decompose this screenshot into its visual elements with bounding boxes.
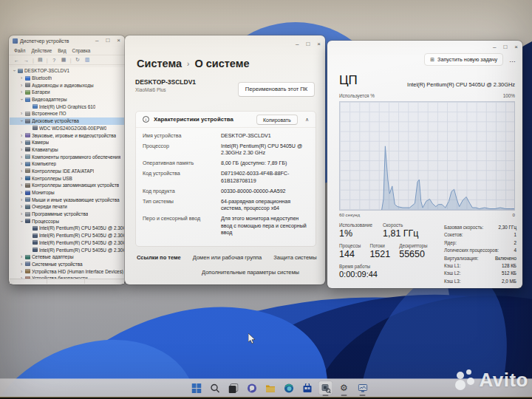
search-icon[interactable] <box>208 381 222 395</box>
close-button[interactable]: × <box>317 41 321 47</box>
minimize-button[interactable]: – <box>296 41 299 47</box>
expand-chevron-icon[interactable]: › <box>19 161 24 166</box>
show-tree-icon[interactable]: ▤ <box>37 57 44 63</box>
expand-chevron-icon[interactable]: › <box>19 190 24 195</box>
expand-chevron-icon[interactable]: › <box>19 83 24 88</box>
tree-item[interactable]: ›Компоненты программного обеспечения <box>10 153 124 160</box>
expand-chevron-icon[interactable]: › <box>19 219 24 223</box>
minimize-button[interactable]: – <box>95 38 98 44</box>
chat-icon[interactable] <box>245 381 259 395</box>
expand-chevron-icon[interactable]: › <box>19 154 24 160</box>
tree-item[interactable]: ›Контроллеры IDE ATA/ATAPI <box>10 168 124 175</box>
tree-item[interactable]: ›Аудиовходы и аудиовыходы <box>10 81 124 89</box>
cpu-icon <box>33 240 38 245</box>
forward-icon[interactable]: → <box>23 58 30 63</box>
close-button[interactable]: × <box>514 44 518 50</box>
menu-action[interactable]: Действие <box>31 48 52 53</box>
scan-hardware-icon[interactable]: ↻ <box>74 57 81 63</box>
computer-view-icon[interactable]: ▥ <box>83 57 90 63</box>
minimize-button[interactable]: – <box>493 44 496 50</box>
tree-item[interactable]: ›Очереди печати <box>10 203 124 211</box>
tree-item[interactable]: ›Сетевые адаптеры <box>10 253 124 261</box>
close-button[interactable]: × <box>117 38 120 44</box>
back-icon[interactable]: ← <box>13 58 20 63</box>
breadcrumb-system[interactable]: Система <box>137 58 182 69</box>
tree-item[interactable]: Intel(R) Pentium(R) CPU 5405U @ 2.30GHz <box>10 225 124 232</box>
expand-chevron-icon[interactable]: › <box>19 176 24 181</box>
tree-item[interactable]: ›Дисковые устройства <box>10 117 124 125</box>
tree-item[interactable]: ›Мыши и иные указывающие устройства <box>10 196 124 203</box>
tree-item[interactable]: ›Bluetooth <box>10 75 124 82</box>
rename-pc-button[interactable]: Переименовать этот ПК <box>238 82 315 97</box>
more-options-icon[interactable]: … <box>509 56 516 64</box>
expand-chevron-icon[interactable]: › <box>19 168 24 174</box>
tree-item[interactable]: ›Программные устройства <box>10 211 124 218</box>
tree-item-label: Bluetooth <box>32 75 52 81</box>
menu-view[interactable]: Вид <box>58 48 66 53</box>
help-icon[interactable]: ? <box>51 58 58 63</box>
expand-chevron-icon[interactable]: › <box>12 69 17 73</box>
tree-item[interactable]: ›Батареи <box>10 89 124 96</box>
tree-item[interactable]: Intel(R) Pentium(R) CPU 5405U @ 2.30GHz <box>10 246 124 253</box>
expand-chevron-icon[interactable]: › <box>19 89 24 95</box>
menu-file[interactable]: Файл <box>14 48 25 53</box>
domain-workgroup-link[interactable]: Домен или рабочая группа <box>193 254 262 261</box>
tree-item[interactable]: ›Компьютер <box>10 160 124 168</box>
expand-chevron-icon[interactable]: › <box>19 269 24 274</box>
expand-chevron-icon[interactable]: › <box>19 119 24 123</box>
run-new-task-button[interactable]: ⊞ Запустить новую задачу <box>424 53 503 66</box>
start-icon[interactable] <box>190 381 203 395</box>
advanced-system-settings-link[interactable]: Дополнительные параметры системы <box>202 269 299 276</box>
task-manager-icon[interactable] <box>356 381 369 395</box>
chevron-up-icon[interactable]: ∧ <box>305 117 309 123</box>
tree-item[interactable]: Intel(R) Pentium(R) CPU 5405U @ 2.30GHz <box>10 239 124 247</box>
expand-chevron-icon[interactable]: › <box>19 183 24 188</box>
expand-chevron-icon[interactable]: › <box>19 140 24 145</box>
tree-item[interactable]: ›Устройства HID (Human Interface Devices… <box>10 267 124 275</box>
tree-item[interactable]: ›Контроллеры запоминающих устройств <box>10 182 124 189</box>
expand-chevron-icon[interactable]: › <box>19 98 24 102</box>
expand-chevron-icon[interactable]: › <box>19 133 24 138</box>
expand-chevron-icon[interactable]: › <box>19 75 24 81</box>
maximize-button[interactable]: □ <box>106 38 109 44</box>
system-protection-link[interactable]: Защита системы <box>273 254 316 261</box>
tree-item[interactable]: ›Видеоадаптеры <box>10 96 124 103</box>
maximize-button[interactable]: □ <box>306 41 310 47</box>
maximize-button[interactable]: □ <box>503 44 507 50</box>
tree-item[interactable]: ›Мониторы <box>10 189 124 197</box>
copy-button[interactable]: Копировать <box>256 115 298 125</box>
cpu-usage-chart[interactable] <box>339 101 515 211</box>
cpu-icon <box>33 233 38 238</box>
edge-icon[interactable] <box>282 381 296 395</box>
expand-chevron-icon[interactable]: › <box>19 111 24 116</box>
expand-chevron-icon[interactable]: › <box>19 197 24 202</box>
spec-row: Имя устройстваDESKTOP-3SCLDV1 <box>143 131 309 141</box>
tree-item[interactable]: ›Встроенное ПО <box>10 110 124 117</box>
expand-chevron-icon[interactable]: › <box>19 211 24 216</box>
microsoft-store-icon[interactable] <box>301 381 314 395</box>
file-explorer-icon[interactable] <box>264 381 277 395</box>
device-manager-icon[interactable] <box>319 381 332 395</box>
tree-item[interactable]: ›Камеры <box>10 139 124 146</box>
tree-item[interactable]: ›Системные устройства <box>10 261 124 268</box>
expand-chevron-icon[interactable]: › <box>19 262 24 267</box>
expand-chevron-icon[interactable]: › <box>19 147 24 152</box>
tree-item[interactable]: ›Клавиатуры <box>10 146 124 154</box>
menu-help[interactable]: Справка <box>72 48 91 53</box>
tree-item[interactable]: ›Звуковые, игровые и видеоустройства <box>10 132 124 139</box>
specs-header[interactable]: i Характеристики устройства Копировать ∧ <box>136 112 316 128</box>
properties-icon[interactable]: ▦ <box>61 57 67 63</box>
tree-item[interactable]: Intel(R) UHD Graphics 610 <box>10 103 124 110</box>
tree-item-label: Звуковые, игровые и видеоустройства <box>32 133 116 138</box>
tree-item[interactable]: ›Процессоры <box>10 217 124 225</box>
expand-chevron-icon[interactable]: › <box>19 204 24 209</box>
tree-item[interactable]: ›Контроллеры USB <box>10 174 124 182</box>
run-new-task-label: Запустить новую задачу <box>437 56 497 63</box>
task-view-icon[interactable] <box>227 381 240 395</box>
tree-item[interactable]: WDC WDS240G2G0B-00EPW0 <box>10 125 124 132</box>
expand-chevron-icon[interactable]: › <box>19 254 24 259</box>
settings-icon[interactable]: ⚙ <box>338 381 351 395</box>
spec-value: 8,00 ГБ (доступно: 7,89 ГБ) <box>221 160 309 167</box>
tree-item[interactable]: Intel(R) Pentium(R) CPU 5405U @ 2.30GHz <box>10 232 124 239</box>
tree-item[interactable]: ›DESKTOP-3SCLDV1 <box>10 67 124 75</box>
